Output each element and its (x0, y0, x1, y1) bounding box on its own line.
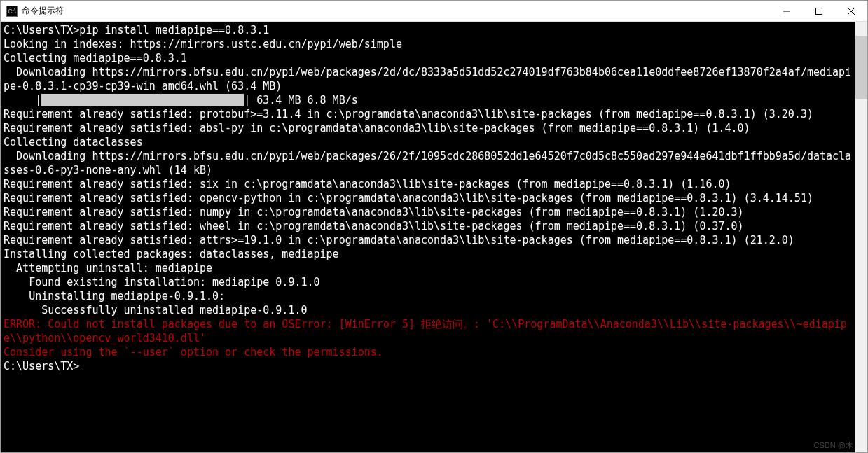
maximize-button[interactable] (803, 1, 835, 21)
minimize-button[interactable] (771, 1, 803, 21)
terminal-line: Requirement already satisfied: absl-py i… (4, 121, 853, 135)
terminal-line: Requirement already satisfied: six in c:… (4, 177, 853, 191)
terminal-error-line: ERROR: Could not install packages due to… (4, 317, 853, 345)
terminal-line: Looking in indexes: https://mirrors.ustc… (4, 37, 853, 51)
terminal-line: Downloading https://mirrors.bfsu.edu.cn/… (4, 65, 853, 93)
terminal-line: Requirement already satisfied: numpy in … (4, 205, 853, 219)
terminal-line: C:\Users\TX>pip install mediapipe==0.8.3… (4, 23, 853, 37)
terminal-line: Installing collected packages: dataclass… (4, 247, 853, 261)
terminal-line: Attempting uninstall: mediapipe (4, 261, 853, 275)
terminal-line: Uninstalling mediapipe-0.9.1.0: (4, 289, 853, 303)
app-icon: C:\ (6, 6, 18, 17)
terminal-line: Successfully uninstalled mediapipe-0.9.1… (4, 303, 853, 317)
terminal-output[interactable]: C:\Users\TX>pip install mediapipe==0.8.3… (1, 22, 855, 452)
scrollbar-thumb[interactable] (855, 36, 867, 99)
window-controls (771, 1, 867, 21)
terminal-line: |████████████████████████████████| 63.4 … (4, 93, 853, 107)
terminal-line: Requirement already satisfied: wheel in … (4, 219, 853, 233)
terminal-prompt[interactable]: C:\Users\TX> (4, 359, 853, 373)
close-button[interactable] (835, 1, 867, 21)
terminal-line: Collecting mediapipe==0.8.3.1 (4, 51, 853, 65)
watermark-text: CSDN @木 (814, 440, 853, 451)
terminal-line: Requirement already satisfied: opencv-py… (4, 191, 853, 205)
terminal-line: Requirement already satisfied: protobuf>… (4, 107, 853, 121)
terminal-line: Collecting dataclasses (4, 135, 853, 149)
terminal-line: Requirement already satisfied: attrs>=19… (4, 233, 853, 247)
titlebar[interactable]: C:\ 命令提示符 (1, 1, 867, 22)
svg-rect-1 (816, 8, 822, 14)
terminal-container: C:\Users\TX>pip install mediapipe==0.8.3… (1, 22, 867, 452)
window-title: 命令提示符 (22, 5, 771, 17)
terminal-line: Found existing installation: mediapipe 0… (4, 275, 853, 289)
window-frame: C:\ 命令提示符 C:\Users\TX>pip install mediap… (0, 0, 868, 453)
terminal-line: Downloading https://mirrors.bfsu.edu.cn/… (4, 149, 853, 177)
vertical-scrollbar[interactable] (855, 22, 867, 452)
terminal-error-line: Consider using the `--user` option or ch… (4, 345, 853, 359)
